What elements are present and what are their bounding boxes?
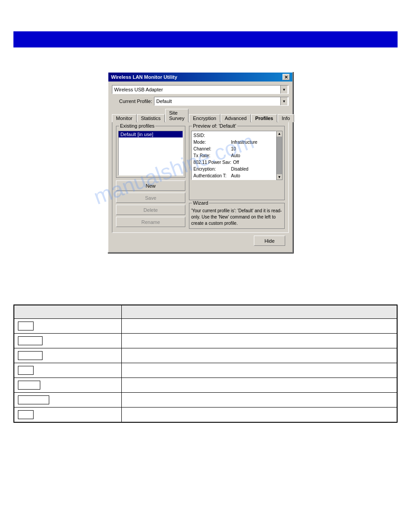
preview-row-channel: Channel: 10	[193, 146, 274, 152]
tab-site-survey[interactable]: Site Survey	[165, 109, 188, 122]
table-row	[14, 319, 397, 334]
adapter-arrow[interactable]: ▼	[280, 86, 287, 94]
preview-scroll-container: SSID: Mode: Infrastructure Channel: 10	[191, 131, 283, 180]
wizard-text: 'Your current profile is': 'Default' and…	[191, 208, 283, 227]
dialog-window: Wireless LAN Monitor Utility ✕ Wireless …	[107, 72, 293, 253]
table-button-6[interactable]	[18, 395, 49, 404]
preview-key-radio: Radio:	[193, 179, 229, 180]
table-row	[14, 393, 397, 408]
adapter-select[interactable]: Wireless USB Adapter ▼	[112, 85, 289, 94]
profile-value: Default	[155, 99, 172, 104]
table-button-3[interactable]	[18, 351, 43, 360]
adapter-row: Wireless USB Adapter ▼	[112, 85, 289, 94]
tab-content: Existing profiles Default [in use] New S…	[112, 122, 289, 233]
preview-val-mode: Infrastructure	[231, 139, 257, 146]
table-button-2[interactable]	[18, 336, 43, 345]
tab-info[interactable]: Info	[278, 114, 294, 122]
table-button-5[interactable]	[18, 381, 40, 390]
preview-row-mode: Mode: Infrastructure	[193, 139, 274, 146]
table-cell-2-2	[122, 334, 397, 348]
table-header-col1	[14, 305, 122, 319]
right-panel: Preview of: 'Default' SSID: Mode: Infras…	[189, 126, 285, 229]
cell-button-container	[18, 322, 118, 330]
dialog-title: Wireless LAN Monitor Utility	[111, 74, 177, 80]
preview-scrollbar[interactable]: ▲ ▼	[276, 131, 283, 180]
preview-key-auth: Authentication T:	[193, 172, 229, 179]
left-panel: Existing profiles Default [in use] New S…	[116, 126, 185, 229]
wizard-group: Wizard 'Your current profile is': 'Defau…	[189, 203, 285, 229]
preview-group: Preview of: 'Default' SSID: Mode: Infras…	[189, 126, 285, 200]
preview-val-auth: Auto	[231, 172, 240, 179]
title-bar: Wireless LAN Monitor Utility ✕	[108, 73, 292, 82]
tab-profiles[interactable]: Profiles	[251, 114, 277, 122]
profile-select[interactable]: Default ▼	[154, 97, 289, 106]
table-row	[14, 363, 397, 378]
table-cell-6-1	[14, 393, 122, 408]
preview-label: Preview of: 'Default'	[192, 123, 237, 129]
delete-button[interactable]: Delete	[116, 205, 185, 215]
cell-button-container	[18, 410, 118, 419]
table-cell-6-2	[122, 393, 397, 408]
table-row	[14, 348, 397, 363]
preview-val-txrate: Auto	[231, 152, 240, 159]
preview-row-encryption: Encryption: Disabled	[193, 166, 274, 172]
profile-label: Current Profile:	[112, 99, 152, 104]
table-row	[14, 334, 397, 348]
tab-statistics[interactable]: Statistics	[137, 114, 165, 122]
preview-row-ssid: SSID:	[193, 132, 274, 139]
table-row	[14, 378, 397, 393]
table-header-row	[14, 305, 397, 319]
table-button-1[interactable]	[18, 322, 34, 330]
preview-key-powersav: 802.11 Power Sav:	[193, 159, 231, 166]
preview-row-radio: Radio: On	[193, 179, 274, 180]
preview-key-ssid: SSID:	[193, 132, 229, 139]
tab-encryption[interactable]: Encryption	[189, 114, 220, 122]
cell-button-container	[18, 395, 118, 404]
table-button-4[interactable]	[18, 366, 34, 375]
table-cell-3-1	[14, 348, 122, 363]
cell-button-container	[18, 351, 118, 360]
new-button[interactable]: New	[116, 180, 185, 191]
preview-row-txrate: Tx Rate: Auto	[193, 152, 274, 159]
bottom-table	[13, 305, 398, 423]
rename-button[interactable]: Rename	[116, 217, 185, 227]
table-cell-7-1	[14, 408, 122, 422]
tabs-row: Monitor Statistics Site Survey Encryptio…	[112, 108, 289, 122]
preview-val-radio: On	[231, 179, 237, 180]
hide-button[interactable]: Hide	[254, 236, 285, 246]
wizard-label: Wizard	[192, 200, 209, 206]
close-button[interactable]: ✕	[283, 74, 290, 80]
cell-button-container	[18, 336, 118, 345]
adapter-value: Wireless USB Adapter	[113, 87, 163, 92]
profile-row: Current Profile: Default ▼	[112, 97, 289, 106]
existing-profiles-label: Existing profiles	[119, 123, 155, 129]
cell-button-container	[18, 366, 118, 375]
dialog-footer: Hide	[112, 233, 289, 249]
scroll-up-arrow[interactable]: ▲	[277, 131, 282, 136]
header-bar	[13, 31, 398, 47]
profile-list[interactable]: Default [in use]	[118, 131, 183, 176]
table-cell-2-1	[14, 334, 122, 348]
dialog-body: Wireless USB Adapter ▼ Current Profile: …	[108, 82, 292, 252]
table-cell-4-1	[14, 363, 122, 378]
table-header-col2	[122, 305, 397, 319]
table-cell-1-2	[122, 319, 397, 334]
preview-key-encryption: Encryption:	[193, 166, 229, 172]
table-cell-1-1	[14, 319, 122, 334]
preview-key-txrate: Tx Rate:	[193, 152, 229, 159]
save-button[interactable]: Save	[116, 193, 185, 203]
tab-monitor[interactable]: Monitor	[112, 114, 137, 122]
preview-key-mode: Mode:	[193, 139, 229, 146]
cell-button-container	[18, 381, 118, 390]
preview-val-powersav: Off	[233, 159, 239, 166]
preview-key-channel: Channel:	[193, 146, 229, 152]
table-button-7[interactable]	[18, 410, 34, 419]
profile-arrow[interactable]: ▼	[280, 97, 287, 105]
existing-profiles-group: Existing profiles Default [in use]	[116, 126, 185, 178]
table-cell-3-2	[122, 348, 397, 363]
table-cell-5-2	[122, 378, 397, 393]
scroll-down-arrow[interactable]: ▼	[277, 175, 282, 180]
profile-item[interactable]: Default [in use]	[119, 131, 183, 137]
preview-row-powersav: 802.11 Power Sav: Off	[193, 159, 274, 166]
tab-advanced[interactable]: Advanced	[221, 114, 251, 122]
